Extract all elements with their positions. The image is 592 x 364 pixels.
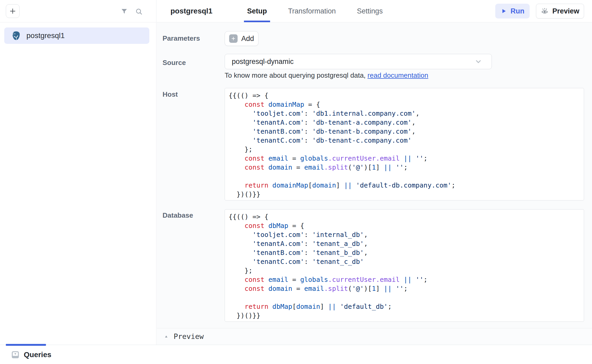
sidebar-header (0, 0, 156, 22)
sidebar-item-postgresql1[interactable]: postgresql1 (4, 27, 149, 44)
header-actions: Run Preview (495, 4, 584, 18)
filter-button[interactable] (120, 7, 129, 16)
postgresql-icon (11, 31, 21, 41)
parameters-label: Parameters (163, 34, 200, 43)
bottom-panel-bar: Queries (0, 345, 592, 364)
queries-panel-label: Queries (24, 351, 51, 359)
query-header: postgresql1 Setup Transformation Setting… (157, 0, 592, 22)
collapse-up-icon (164, 334, 169, 339)
tab-setup[interactable]: Setup (244, 0, 270, 22)
query-tabs: Setup Transformation Settings (244, 0, 386, 22)
add-parameter-button[interactable]: Add (225, 31, 258, 46)
add-parameter-label: Add (241, 35, 254, 43)
source-select[interactable]: postgresql-dynamic (225, 54, 492, 69)
database-code-editor[interactable]: {{(() => { const dbMap = { 'tooljet.com'… (225, 209, 584, 322)
documentation-hint: To know more about querying postgresql d… (225, 71, 428, 80)
host-code-editor[interactable]: {{(() => { const domainMap = { 'tooljet.… (225, 88, 584, 200)
source-select-value: postgresql-dynamic (232, 58, 294, 66)
query-editor-screen: postgresql1 postgresql1 Setup Transforma… (0, 0, 592, 364)
query-title: postgresql1 (170, 0, 212, 22)
chevron-down-icon (474, 57, 483, 66)
preview-panel-toggle[interactable]: Preview (157, 328, 592, 344)
source-label: Source (163, 59, 186, 67)
run-button-label: Run (511, 7, 524, 15)
host-label: Host (163, 90, 178, 99)
plus-icon (9, 7, 17, 15)
queries-sidebar: postgresql1 (0, 0, 156, 345)
run-button[interactable]: Run (495, 4, 530, 18)
funnel-icon (120, 8, 128, 16)
documentation-hint-text: To know more about querying postgresql d… (225, 71, 368, 79)
play-icon (501, 8, 507, 14)
queries-panel-toggle[interactable]: Queries (11, 345, 51, 364)
queries-panel-icon (11, 351, 20, 359)
preview-button-label: Preview (552, 7, 579, 15)
add-query-button[interactable] (6, 4, 20, 18)
tab-settings[interactable]: Settings (354, 0, 386, 22)
search-button[interactable] (135, 7, 144, 16)
preview-panel-label: Preview (174, 332, 204, 340)
read-documentation-link[interactable]: read documentation (368, 71, 428, 79)
sidebar-item-label: postgresql1 (26, 31, 65, 40)
plus-icon (229, 34, 238, 43)
search-icon (135, 8, 143, 16)
query-main-panel: postgresql1 Setup Transformation Setting… (157, 0, 592, 345)
tab-transformation[interactable]: Transformation (285, 0, 339, 22)
preview-button[interactable]: Preview (536, 4, 584, 18)
database-label: Database (163, 211, 193, 220)
eye-icon (541, 7, 549, 15)
